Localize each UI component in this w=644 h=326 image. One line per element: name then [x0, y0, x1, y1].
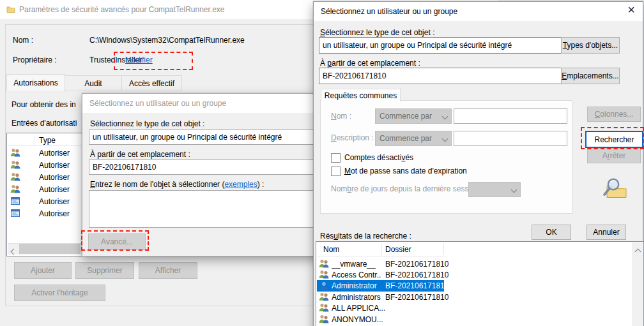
- object-types-button-label: Types d'objets...: [563, 41, 618, 50]
- result-folder: BF-202106171810: [385, 260, 448, 269]
- result-name: Access Contr...: [332, 270, 381, 279]
- result-row[interactable]: Access Contr... BF-202106171810: [317, 269, 444, 280]
- dialog-title: Sélectionnez un utilisateur ou un groupe: [321, 7, 457, 16]
- cancel-button[interactable]: Annuler: [586, 225, 626, 240]
- users-group-icon: [319, 292, 329, 301]
- window-title: Paramètres de sécurité avancés pour Comp…: [19, 5, 225, 14]
- tab-autorisations[interactable]: Autorisations: [6, 74, 65, 91]
- name-operator-select[interactable]: Commence par: [375, 108, 452, 124]
- examples-link[interactable]: exemples: [224, 180, 257, 189]
- owner-label: Propriétaire :: [13, 56, 57, 64]
- password-no-expiry-label: Mot de passe sans date d'expiration: [344, 167, 467, 175]
- object-types-button[interactable]: Types d'objets...: [561, 37, 620, 54]
- column-header-nom[interactable]: Nom: [323, 245, 339, 254]
- users-group-icon: [319, 259, 329, 268]
- chevron-down-icon: [442, 135, 448, 142]
- tab-common-queries-label: Requêtes communes: [325, 91, 397, 100]
- users-group-icon: [10, 148, 20, 157]
- search-results-list[interactable]: Nom Dossier __vmware__ BF-202106171810 A…: [316, 241, 644, 326]
- location-field: BF-202106171810: [319, 68, 564, 84]
- locations-button[interactable]: Emplacements...: [561, 68, 620, 84]
- tab-audit-label: Audit: [84, 79, 102, 88]
- result-name: ANONYMOU...: [332, 315, 389, 324]
- titlebar-select-user-active: Sélectionnez un utilisateur ou un groupe…: [314, 2, 643, 21]
- name-operator-value: Commence par: [379, 112, 432, 121]
- location-label: À partir de cet emplacement :: [320, 59, 420, 68]
- tab-common-queries[interactable]: Requêtes communes: [321, 89, 401, 101]
- stop-button-label: Arrêter: [602, 151, 626, 160]
- password-no-expiry-checkbox[interactable]: [331, 167, 341, 176]
- result-folder: BF-202106171810: [385, 281, 448, 290]
- users-group-icon: [319, 315, 329, 323]
- search-button[interactable]: Rechercher: [585, 131, 643, 148]
- tab-audit[interactable]: Audit: [64, 75, 123, 91]
- object-name-label-suffix: ) :: [257, 180, 264, 189]
- perm-type: Autoriser: [39, 149, 70, 158]
- result-row-selected[interactable]: Administrator BF-202106171810: [317, 280, 444, 292]
- app-package-icon: [10, 196, 20, 205]
- object-type-value: un utilisateur, un groupe ou Principal d…: [93, 133, 282, 142]
- scroll-left-icon[interactable]: [12, 247, 16, 256]
- result-name: __vmware__: [332, 260, 381, 269]
- disabled-accounts-label: Comptes désactivés: [344, 153, 413, 162]
- add-button[interactable]: Ajouter: [14, 262, 72, 279]
- columns-button[interactable]: Colonnes...: [587, 107, 641, 122]
- result-row[interactable]: ANONYMOU...: [317, 314, 444, 325]
- scrollbar-thumb[interactable]: [19, 244, 80, 254]
- location-label: À partir de cet emplacement :: [90, 150, 190, 159]
- enable-inheritance-button[interactable]: Activer l'héritage: [14, 285, 105, 301]
- tab-acces-effectif[interactable]: Accès effectif: [121, 75, 182, 91]
- result-row[interactable]: Administrators BF-202106171810: [317, 292, 444, 302]
- scroll-up-icon[interactable]: [636, 247, 640, 256]
- screen: Paramètres de sécurité avancés pour Comp…: [0, 0, 644, 326]
- description-query-input[interactable]: [454, 131, 567, 146]
- common-queries-panel: Nom : Commence par Description : Commenc…: [320, 100, 572, 214]
- days-since-label: Nombre de jours depuis la dernière sessi…: [331, 184, 483, 193]
- view-button[interactable]: Afficher: [139, 262, 197, 279]
- header-underline: [317, 256, 444, 256]
- object-type-label: Sélectionnez le type de cet objet :: [320, 28, 434, 37]
- name-label: Nom :: [13, 36, 33, 45]
- location-value: BF-202106171810: [93, 163, 156, 172]
- chevron-down-icon: [442, 113, 448, 119]
- dialog-title: Sélectionnez un utilisateur ou un groupe: [89, 99, 226, 108]
- disabled-accounts-checkbox[interactable]: [331, 153, 341, 163]
- name-value: C:\Windows\System32\CompatTelRunner.exe: [89, 36, 245, 45]
- advanced-button-label: Avancé...: [101, 237, 133, 246]
- perm-type: Autoriser: [39, 173, 70, 182]
- tab-autorisations-label: Autorisations: [13, 78, 57, 87]
- ok-button[interactable]: OK: [532, 225, 571, 240]
- enable-inheritance-label: Activer l'héritage: [31, 288, 88, 297]
- stop-button[interactable]: Arrêter: [587, 148, 641, 163]
- folder-icon: [6, 5, 15, 13]
- object-type-field: un utilisateur, un groupe ou Principal d…: [319, 37, 564, 54]
- ok-button-label: OK: [546, 228, 556, 237]
- close-icon[interactable]: ×: [627, 3, 635, 17]
- users-group-icon: [10, 160, 20, 169]
- tab-acces-effectif-label: Accès effectif: [129, 79, 174, 88]
- query-description-label: Description :: [331, 133, 374, 142]
- view-button-label: Afficher: [155, 266, 181, 275]
- description-operator-select[interactable]: Commence par: [375, 131, 452, 146]
- advanced-button[interactable]: Avancé...: [88, 233, 146, 250]
- result-row[interactable]: ALL APPLICA...: [317, 302, 444, 313]
- type-column-header[interactable]: Type: [39, 136, 56, 145]
- remove-button[interactable]: Supprimer: [75, 262, 134, 279]
- modify-owner-link[interactable]: Modifier: [125, 56, 153, 64]
- vertical-scrollbar[interactable]: [632, 242, 643, 326]
- result-row[interactable]: __vmware__ BF-202106171810: [317, 258, 444, 269]
- app-package-icon: [10, 209, 20, 218]
- search-folder-icon: [602, 177, 629, 200]
- column-divider: [443, 244, 444, 255]
- result-name: Administrator: [332, 281, 381, 290]
- column-header-dossier[interactable]: Dossier: [385, 245, 411, 254]
- days-since-select[interactable]: [468, 182, 521, 197]
- object-name-label: Entrez le nom de l'objet à sélectionner …: [90, 180, 264, 189]
- query-name-label: Nom :: [331, 112, 351, 121]
- user-icon: [319, 281, 329, 290]
- name-query-input[interactable]: [454, 108, 567, 124]
- object-type-label: Sélectionnez le type de cet objet :: [90, 119, 204, 128]
- perm-type: Autoriser: [39, 161, 70, 170]
- locations-button-label: Emplacements...: [562, 71, 618, 80]
- chevron-down-icon: [511, 186, 518, 193]
